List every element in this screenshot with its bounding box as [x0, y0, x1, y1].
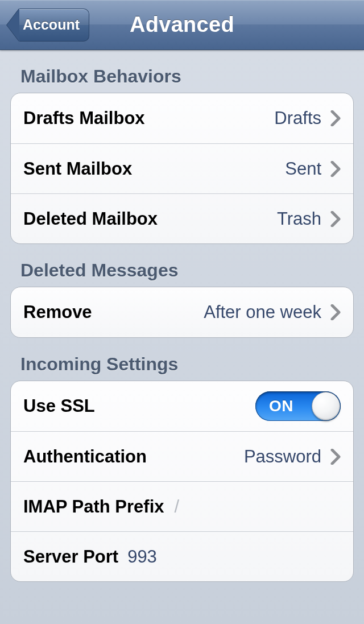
row-value: Drafts — [274, 108, 321, 129]
row-value: Password — [244, 447, 321, 467]
row-value: After one week — [204, 302, 321, 323]
row-label: Sent Mailbox — [23, 159, 132, 179]
row-label: Deleted Mailbox — [23, 209, 158, 229]
row-label: Authentication — [23, 447, 147, 467]
row-value: Sent — [285, 159, 321, 179]
back-button[interactable]: Account — [7, 9, 89, 42]
group-deleted-messages: Remove After one week — [10, 287, 354, 338]
chevron-right-icon — [330, 110, 341, 126]
row-sent-mailbox[interactable]: Sent Mailbox Sent — [11, 143, 353, 193]
row-label: Use SSL — [23, 396, 95, 416]
row-use-ssl: Use SSL ON — [11, 381, 353, 431]
page-title: Advanced — [130, 13, 234, 37]
row-authentication[interactable]: Authentication Password — [11, 431, 353, 481]
row-value: 993 — [127, 547, 157, 567]
row-value: Trash — [277, 209, 321, 229]
back-button-label: Account — [23, 16, 80, 33]
row-label: Server Port — [23, 547, 118, 567]
toggle-on-label: ON — [269, 397, 293, 415]
chevron-right-icon — [330, 304, 341, 320]
row-label: Drafts Mailbox — [23, 108, 145, 129]
row-imap-path-prefix[interactable]: IMAP Path Prefix / — [11, 481, 353, 531]
chevron-right-icon — [330, 211, 341, 227]
row-label: IMAP Path Prefix — [23, 497, 164, 517]
section-header-mailbox-behaviors: Mailbox Behaviors — [0, 50, 364, 93]
row-server-port[interactable]: Server Port 993 — [11, 531, 353, 581]
navbar: Account Advanced — [0, 0, 364, 50]
group-incoming-settings: Use SSL ON Authentication Password IMAP … — [10, 381, 354, 582]
back-chevron-icon — [7, 9, 19, 42]
row-placeholder: / — [175, 497, 180, 517]
section-header-deleted-messages: Deleted Messages — [0, 244, 364, 287]
chevron-right-icon — [330, 161, 341, 177]
group-mailbox-behaviors: Drafts Mailbox Drafts Sent Mailbox Sent … — [10, 93, 354, 244]
row-deleted-mailbox[interactable]: Deleted Mailbox Trash — [11, 193, 353, 243]
chevron-right-icon — [330, 449, 341, 465]
row-drafts-mailbox[interactable]: Drafts Mailbox Drafts — [11, 93, 353, 143]
row-label: Remove — [23, 302, 92, 323]
row-remove[interactable]: Remove After one week — [11, 287, 353, 337]
toggle-knob — [312, 392, 340, 420]
use-ssl-toggle[interactable]: ON — [255, 391, 341, 421]
section-header-incoming-settings: Incoming Settings — [0, 338, 364, 381]
